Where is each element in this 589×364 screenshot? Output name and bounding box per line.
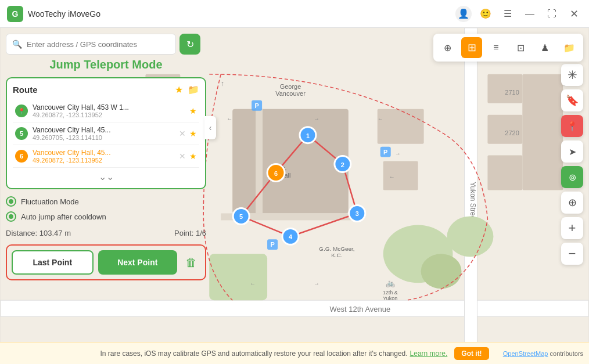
item-star-icon-2[interactable]: ★ [189,129,197,138]
snowflake-button[interactable]: ✳ [561,64,583,86]
svg-text:→: → [314,280,319,287]
svg-text:←: ← [378,116,383,122]
route-item-name-1: Vancouver City Hall, 453 W 1... [33,103,185,111]
svg-rect-13 [487,156,522,190]
item-close-icon-2[interactable]: ✕ [179,129,186,138]
svg-text:←: ← [227,116,232,122]
learn-more-link[interactable]: Learn more. [410,349,448,358]
search-input-wrap[interactable]: 🔍 [6,34,176,55]
route-dot-2: 5 [15,127,28,140]
route-item-3: 6 Vancouver City Hall, 45... 49.260872, … [13,145,199,168]
jump-teleport-button[interactable]: ⊞ [461,37,482,58]
item-close-icon-3[interactable]: ✕ [179,152,186,161]
svg-rect-9 [378,109,424,144]
route-item-coords-3: 49.260872, -123.113952 [33,157,174,164]
svg-text:3: 3 [355,210,359,217]
route-item-text-3: Vancouver City Hall, 45... 49.260872, -1… [33,149,174,164]
got-it-button[interactable]: Got it! [454,347,489,360]
route-item: 📍 Vancouver City Hall, 453 W 1... 49.260… [13,100,199,122]
window-controls: 👤 🙂 ☰ — ⛶ ✕ [455,6,582,22]
send-button[interactable]: ➤ [561,140,583,163]
fluctuation-circle-inner [9,199,13,204]
route-dot-3: 6 [15,150,28,163]
sidebar-collapse-arrow[interactable]: ‹ [204,116,216,139]
refresh-button[interactable]: ↻ [179,34,200,55]
route-item-icons-3: ✕ ★ [179,152,197,161]
svg-text:→: → [314,116,319,122]
route-item-text-1: Vancouver City Hall, 453 W 1... 49.26087… [33,103,185,118]
svg-text:1: 1 [306,132,310,139]
svg-text:←: ← [250,280,256,287]
bookmark-button[interactable]: 🔖 [561,89,583,111]
search-input[interactable] [27,40,170,49]
emoji-icon[interactable]: 🙂 [477,6,494,22]
osm-credit: OpenStreetMap contributors [503,350,583,357]
route-item-text-2: Vancouver City Hall, 45... 49.260705, -1… [33,126,174,141]
crosshair-button[interactable]: ⊕ [561,192,583,214]
collapse-button[interactable]: ⌄⌄ [13,171,199,182]
svg-rect-1 [1,300,588,316]
auto-jump-option[interactable]: Auto jump after cooldown [6,211,206,222]
route-item-coords-2: 49.260705, -123.114110 [33,134,174,141]
svg-text:K.C.: K.C. [331,252,342,258]
gps-button[interactable]: ⊕ [437,37,458,58]
next-point-button[interactable]: Next Point [98,250,178,275]
route-box: Route ★ 📁 📍 Vancouver City Hall, 453 W 1… [6,77,206,189]
svg-text:12th &: 12th & [383,290,398,295]
svg-rect-14 [522,74,563,190]
auto-jump-circle [6,211,16,222]
route-button[interactable]: ≡ [486,37,507,58]
last-point-button[interactable]: Last Point [12,250,94,275]
svg-rect-18 [209,254,267,300]
left-panel: Jump Teleport Mode Route ★ 📁 📍 Vancouver… [6,58,206,280]
location-pin-button[interactable]: 📍 [561,115,583,137]
refresh-icon: ↻ [186,39,194,50]
route-item-icons-1: ★ [189,106,197,116]
app-title: WooTechy iMoveGo [28,9,455,19]
route-star-icon[interactable]: ★ [175,84,183,95]
svg-point-16 [447,216,494,257]
close-button[interactable]: ✕ [566,6,582,22]
bottom-bar: In rare cases, iOS may calibrate GPS and… [0,342,589,364]
zoom-out-button[interactable]: − [561,243,583,265]
svg-text:P: P [383,149,387,156]
record-button[interactable]: ♟ [534,37,555,58]
svg-text:P: P [254,102,258,109]
svg-text:6: 6 [274,170,278,177]
svg-text:🚲: 🚲 [386,278,396,288]
svg-text:↑: ↑ [221,80,224,88]
auto-jump-circle-inner [9,214,13,219]
route-header-icons: ★ 📁 [175,84,199,95]
zoom-in-button[interactable]: + [561,217,583,239]
item-star-icon-3[interactable]: ★ [189,152,197,161]
route-item-icons-2: ✕ ★ [179,129,197,138]
route-item-2: 5 Vancouver City Hall, 45... 49.260705, … [13,122,199,145]
stats-row: Distance: 103.47 m Point: 1/6 [6,229,206,237]
route-folder-icon[interactable]: 📁 [188,84,199,95]
minimize-button[interactable]: — [522,6,538,22]
svg-point-17 [421,254,462,289]
user-avatar-icon[interactable]: 👤 [455,6,472,22]
toggle-button[interactable]: ⊚ [561,166,583,188]
route-item-name-3: Vancouver City Hall, 45... [33,149,174,157]
collapse-arrow-icon: ⌄⌄ [99,171,114,182]
route-dot-1: 📍 [15,104,28,117]
import-button[interactable]: ⊡ [510,37,531,58]
svg-text:West 12th Avenue: West 12th Avenue [329,305,390,313]
svg-rect-10 [383,161,418,190]
menu-icon[interactable]: ☰ [500,6,516,22]
fluctuation-option[interactable]: Fluctuation Mode [6,196,206,207]
delete-button[interactable]: 🗑 [182,253,200,272]
item-star-icon-1[interactable]: ★ [189,106,197,116]
svg-text:4: 4 [289,233,293,240]
bottom-message: In rare cases, iOS may calibrate GPS and… [100,349,407,358]
svg-rect-5 [232,109,349,214]
osm-link[interactable]: OpenStreetMap [503,350,548,357]
maximize-button[interactable]: ⛶ [544,6,560,22]
folder-button[interactable]: 📁 [559,37,580,58]
svg-text:5: 5 [239,213,243,220]
distance-value: Distance: 103.47 m [6,229,71,237]
route-item-name-2: Vancouver City Hall, 45... [33,126,174,134]
delete-icon: 🗑 [185,256,197,269]
svg-text:2710: 2710 [505,89,519,96]
